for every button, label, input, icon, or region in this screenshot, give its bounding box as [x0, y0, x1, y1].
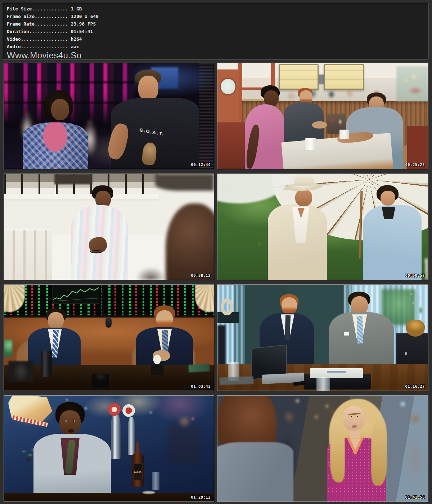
red-booth-left: [217, 122, 247, 169]
bronze-bull-statue: [8, 361, 33, 382]
man2-bearded-face: [156, 310, 173, 328]
shimmer-curtain: [199, 63, 214, 169]
timestamp-overlay: 00:50:57: [405, 273, 425, 278]
screenshot-thumb-6[interactable]: 01:16:27: [217, 284, 428, 391]
beer-tap-left: [111, 413, 121, 459]
monitor-bezel-seam: [102, 285, 104, 318]
man1-face: [48, 312, 64, 329]
man-wide-eyes: [63, 419, 77, 423]
man1-face: [51, 99, 69, 120]
media-info-line-video: Video................. h264: [7, 35, 428, 43]
pocket-square: [344, 332, 349, 336]
edge-figure-sliver: [217, 325, 226, 368]
porthole-wall: [217, 69, 239, 129]
screenshot-grid: G.O.A.T. 00:12:44 00:2: [4, 63, 428, 502]
wall-camera: [105, 318, 112, 328]
site-watermark: Www.Movies4u.So: [7, 51, 428, 59]
street-window: [396, 66, 428, 101]
man2-face: [381, 191, 395, 206]
cowboy-hat-crown: [294, 175, 315, 186]
desk-pad: [220, 376, 253, 385]
blurred-background-patron: [168, 415, 201, 463]
globe-trophy: [151, 354, 163, 375]
gold-necklace: [346, 432, 365, 439]
media-info-line-duration: Duration.............. 01:54:41: [7, 28, 428, 35]
screenshot-thumb-7[interactable]: LAGER 01:29:12: [4, 395, 214, 502]
timestamp-overlay: 00:12:44: [191, 162, 211, 167]
man2-face: [138, 76, 158, 100]
water-glass-center: [316, 377, 330, 391]
man1-dark-tie: [285, 315, 291, 340]
dark-ceiling-corner: [155, 174, 214, 191]
woman-eyes: [348, 415, 361, 418]
timestamp-overlay: 01:29:12: [191, 495, 211, 499]
black-tumbler: [41, 351, 52, 377]
shot-glass: [152, 472, 159, 490]
timestamp-overlay: 01:41:56: [405, 495, 425, 499]
man1-patterned-shirt: [23, 122, 88, 169]
stock-chart-graphic: [53, 285, 99, 303]
media-info-line-framerate: Frame Rate............ 23.98 FPS: [7, 20, 428, 28]
media-info-line-audio: Audio................. aac: [7, 43, 428, 50]
foreground-man-shoulder: [217, 442, 293, 502]
green-banker-lamp: [4, 340, 12, 357]
man1-face: [264, 90, 279, 106]
screenshot-thumb-4[interactable]: 00:50:57: [217, 174, 428, 280]
screenshot-thumb-3[interactable]: 00:38:13: [4, 174, 214, 280]
green-book: [189, 364, 210, 372]
man2-blue-striped-tie: [357, 316, 364, 343]
beer-bottle-label: LAGER: [133, 463, 143, 480]
document-heading-line: [327, 371, 346, 373]
hair-strand-right: [371, 417, 387, 486]
white-documents: [310, 368, 363, 378]
menu-board-left: [279, 64, 319, 91]
black-mug: [92, 374, 109, 388]
beer-tap-right: [128, 417, 135, 455]
white-railing: [4, 229, 52, 280]
orchid-flowers: [405, 287, 426, 323]
cabinet-logo: [403, 350, 409, 357]
screenshot-thumb-5[interactable]: 01:03:43: [4, 284, 214, 391]
balcony-fascia: [4, 194, 159, 199]
man2-hands: [312, 121, 327, 129]
timestamp-overlay: 00:25:28: [405, 162, 425, 167]
screenshot-thumb-2[interactable]: 00:25:28: [217, 63, 428, 169]
orange-frame-post: [238, 63, 242, 129]
man-open-mouth: [68, 429, 74, 433]
timestamp-overlay: 01:16:27: [405, 384, 425, 388]
tap-badge-white: [122, 404, 135, 417]
mezzanine-opening: [54, 174, 92, 184]
gold-vase: [406, 320, 425, 337]
stock-chart-screen: [52, 285, 99, 304]
media-info-line-filesize: File Size............. 1 GB: [7, 5, 428, 13]
coffee-mug: [305, 138, 316, 150]
stock-ticker-board: [4, 285, 214, 316]
dark-wood-desk: [4, 365, 214, 391]
timestamp-overlay: 00:38:13: [191, 273, 211, 278]
tap-badge-red: [108, 403, 121, 416]
media-info-line-framesize: Frame Size............ 1280 x 640: [7, 13, 428, 20]
media-info-panel: File Size............. 1 GB Frame Size..…: [3, 3, 428, 59]
man1-bearded-face: [282, 297, 297, 314]
beer-label-text: LAGER: [134, 471, 141, 473]
hair-strand-left: [330, 419, 345, 482]
man1-face: [295, 189, 312, 206]
porthole-window: [221, 79, 235, 94]
screenshot-thumb-8[interactable]: 01:41:56: [217, 395, 428, 502]
menu-board-right: [324, 64, 364, 91]
timestamp-overlay: 01:03:43: [191, 384, 211, 388]
bar-counter: [4, 493, 214, 501]
screenshot-thumb-1[interactable]: G.O.A.T. 00:12:44: [4, 63, 214, 169]
ring-sculpture: [221, 298, 233, 315]
coffee-mug-2: [339, 130, 349, 139]
